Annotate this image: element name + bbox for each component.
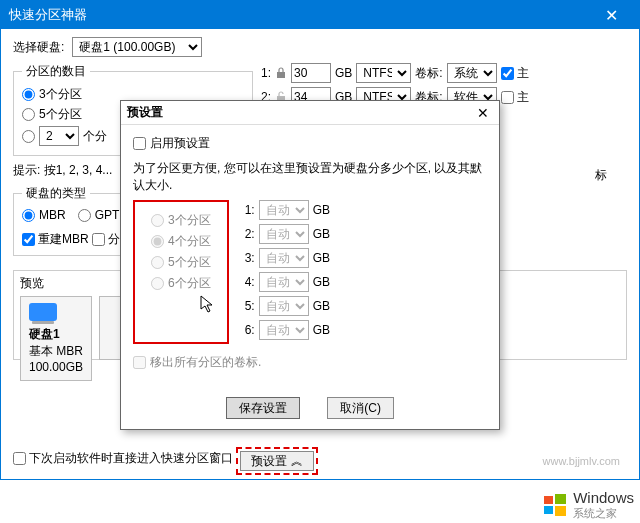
preset-radio-6[interactable] [151,277,164,290]
preset-button-highlight: 预设置︽ [236,447,318,475]
disk-name: 硬盘1 [29,327,60,341]
auto-gb: GB [313,203,330,217]
gpt-label: GPT [95,208,120,222]
auto-size-list: 1:自动GB 2:自动GB 3:自动GB 4:自动GB 5:自动GB 6:自动G… [245,200,487,344]
window-title: 快速分区神器 [9,6,591,24]
quick-launch-checkbox[interactable] [13,452,26,465]
preset-radio-4[interactable] [151,235,164,248]
quick-launch-label: 下次启动软件时直接进入快速分区窗口 [29,450,233,467]
window-close-button[interactable]: ✕ [591,6,631,25]
primary-check-2[interactable] [501,91,514,104]
auto-idx: 3: [245,251,255,265]
watermark: Windows系统之家 [543,489,634,521]
auto-select-5[interactable]: 自动 [259,296,309,316]
mbr-label: MBR [39,208,66,222]
auto-idx: 1: [245,203,255,217]
windows-logo-icon [543,493,567,517]
auto-select-6[interactable]: 自动 [259,320,309,340]
chevron-up-icon: ︽ [291,454,303,468]
preset-radio-5[interactable] [151,256,164,269]
rebuild-mbr-checkbox[interactable] [22,233,35,246]
auto-gb: GB [313,323,330,337]
preset-radio-3-label: 3个分区 [168,212,211,229]
radio-mbr[interactable] [22,209,35,222]
radio-3-label: 3个分区 [39,86,82,103]
disk-select[interactable]: 硬盘1 (100.00GB) [72,37,202,57]
auto-select-4[interactable]: 自动 [259,272,309,292]
disk-select-label: 选择硬盘: [13,39,64,56]
auto-gb: GB [313,275,330,289]
auto-select-2[interactable]: 自动 [259,224,309,244]
export-labels-checkbox[interactable] [133,356,146,369]
auto-idx: 4: [245,275,255,289]
disk-type-legend: 硬盘的类型 [22,185,90,202]
radio-custom-partitions[interactable] [22,130,35,143]
primary-check-1[interactable] [501,67,514,80]
fs-select-1[interactable]: NTFS [356,63,411,83]
preset-radio-5-label: 5个分区 [168,254,211,271]
vol-select-1[interactable]: 系统 [447,63,497,83]
disk-icon [29,303,57,321]
watermark-text2: 系统之家 [573,506,634,521]
custom-count-select[interactable]: 2 [39,126,79,146]
svg-rect-0 [277,72,285,78]
partition-row-1: 1: GB NTFS 卷标: 系统 主 [261,63,627,83]
vol-label: 卷标: [415,65,442,82]
lock-icon [275,67,287,79]
dialog-description: 为了分区更方便, 您可以在这里预设置为硬盘分多少个区, 以及其默认大小. [133,160,487,194]
disk-type-text: 基本 MBR [29,344,83,358]
primary-label-1: 主 [517,65,529,82]
svg-rect-2 [544,496,553,504]
preset-radio-group: 3个分区 4个分区 5个分区 6个分区 [133,200,229,344]
cursor-icon [199,294,215,314]
custom-suffix: 个分 [83,128,107,145]
watermark-text1: Windows [573,489,634,506]
disk-card[interactable]: 硬盘1 基本 MBR 100.00GB [20,296,92,381]
watermark-url: www.bjjmlv.com [543,455,620,467]
enable-preset-label: 启用预设置 [150,135,210,152]
save-settings-button[interactable]: 保存设置 [226,397,300,419]
size-input-1[interactable] [291,63,331,83]
auto-gb: GB [313,299,330,313]
radio-gpt[interactable] [78,209,91,222]
auto-idx: 6: [245,323,255,337]
row-idx: 1: [261,66,271,80]
radio-3-partitions[interactable] [22,88,35,101]
auto-idx: 2: [245,227,255,241]
radio-5-partitions[interactable] [22,108,35,121]
auto-select-3[interactable]: 自动 [259,248,309,268]
gb-label: GB [335,66,352,80]
preset-button[interactable]: 预设置︽ [240,451,314,471]
svg-rect-3 [555,494,566,504]
cancel-button[interactable]: 取消(C) [327,397,394,419]
dialog-close-button[interactable]: ✕ [473,105,493,121]
dialog-title: 预设置 [127,104,473,121]
radio-5-label: 5个分区 [39,106,82,123]
primary-label-2: 主 [517,89,529,106]
auto-select-1[interactable]: 自动 [259,200,309,220]
auto-idx: 5: [245,299,255,313]
disk-size-text: 100.00GB [29,360,83,374]
dialog-header: 预设置 ✕ [121,101,499,125]
partition-count-legend: 分区的数目 [22,63,90,80]
align-checkbox[interactable] [92,233,105,246]
export-labels-label: 移出所有分区的卷标. [150,354,261,371]
svg-rect-5 [555,506,566,516]
icon-label-fragment: 标 [595,168,607,182]
enable-preset-checkbox[interactable] [133,137,146,150]
preset-radio-3[interactable] [151,214,164,227]
svg-rect-4 [544,506,553,514]
preset-radio-6-label: 6个分区 [168,275,211,292]
titlebar: 快速分区神器 ✕ [1,1,639,29]
preset-radio-4-label: 4个分区 [168,233,211,250]
auto-gb: GB [313,227,330,241]
auto-gb: GB [313,251,330,265]
preset-dialog: 预设置 ✕ 启用预设置 为了分区更方便, 您可以在这里预设置为硬盘分多少个区, … [120,100,500,430]
rebuild-mbr-label: 重建MBR [38,231,89,248]
